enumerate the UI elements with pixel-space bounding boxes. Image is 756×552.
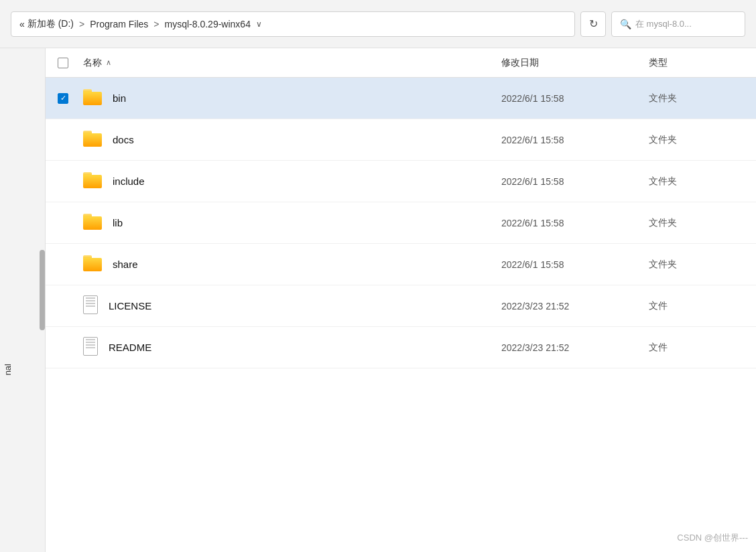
row-checkbox-area[interactable]	[46, 218, 80, 228]
row-checkbox-area[interactable]	[46, 342, 80, 353]
row-filename: LICENSE	[109, 300, 501, 312]
row-checkbox-empty	[58, 218, 68, 228]
row-filename: bin	[113, 92, 501, 104]
breadcrumb-dropdown-icon[interactable]: ∨	[256, 19, 262, 29]
column-name-label: 名称	[83, 57, 102, 69]
row-checkbox-area[interactable]	[46, 176, 80, 187]
row-type: 文件	[649, 300, 756, 312]
column-name-header[interactable]: 名称 ∧	[80, 57, 501, 69]
file-panel: 名称 ∧ 修改日期 类型 ✓bin2022/6/1 15:58文件夹docs20…	[46, 48, 756, 552]
column-type-label: 类型	[649, 57, 668, 68]
sort-arrow-icon: ∧	[106, 58, 111, 67]
table-row[interactable]: docs2022/6/1 15:58文件夹	[46, 119, 756, 161]
row-type: 文件夹	[649, 134, 756, 146]
column-date-header[interactable]: 修改日期	[501, 57, 649, 69]
row-type: 文件夹	[649, 176, 756, 188]
column-type-header[interactable]: 类型	[649, 57, 756, 69]
breadcrumb-sep2: >	[153, 19, 159, 29]
row-name-cell: include	[80, 172, 501, 190]
row-type: 文件夹	[649, 259, 756, 271]
search-icon: 🔍	[620, 19, 631, 29]
search-placeholder: 在 mysql-8.0...	[635, 18, 692, 30]
table-row[interactable]: lib2022/6/1 15:58文件夹	[46, 202, 756, 244]
row-checkbox-area[interactable]	[46, 135, 80, 145]
row-checkbox-empty	[58, 342, 68, 353]
refresh-button[interactable]: ↻	[580, 11, 606, 37]
breadcrumb-folder2[interactable]: mysql-8.0.29-winx64	[165, 19, 251, 29]
row-filename: docs	[113, 134, 501, 145]
breadcrumb-folder1[interactable]: Program Files	[90, 19, 148, 29]
row-checkbox-area[interactable]: ✓	[46, 93, 80, 104]
sidebar-scrollbar[interactable]	[40, 250, 45, 330]
row-date: 2022/6/1 15:58	[501, 93, 649, 104]
row-checkbox-empty	[58, 301, 68, 312]
table-row[interactable]: LICENSE2022/3/23 21:52文件	[46, 285, 756, 327]
file-list: ✓bin2022/6/1 15:58文件夹docs2022/6/1 15:58文…	[46, 78, 756, 552]
row-checkbox-area[interactable]	[46, 259, 80, 270]
header-checkbox[interactable]	[58, 58, 68, 68]
breadcrumb-prefix: «	[19, 19, 25, 29]
row-name-cell: bin	[80, 89, 501, 107]
row-filename: include	[113, 176, 501, 187]
table-row[interactable]: include2022/6/1 15:58文件夹	[46, 161, 756, 202]
row-name-cell: LICENSE	[80, 295, 501, 316]
folder-icon	[83, 172, 102, 188]
row-date: 2022/6/1 15:58	[501, 259, 649, 270]
refresh-icon: ↻	[589, 17, 598, 30]
sidebar: nal	[0, 48, 46, 552]
table-row[interactable]: share2022/6/1 15:58文件夹	[46, 244, 756, 285]
address-bar: « 新加卷 (D:) > Program Files > mysql-8.0.2…	[0, 0, 756, 48]
row-checkbox-checked[interactable]: ✓	[58, 93, 68, 104]
row-filename: lib	[113, 217, 501, 228]
watermark: CSDN @创世界---	[677, 532, 748, 544]
row-checkbox-empty	[58, 176, 68, 187]
row-date: 2022/3/23 21:52	[501, 301, 649, 312]
row-date: 2022/6/1 15:58	[501, 176, 649, 187]
row-date: 2022/6/1 15:58	[501, 135, 649, 145]
folder-icon	[83, 131, 102, 147]
breadcrumb-area[interactable]: « 新加卷 (D:) > Program Files > mysql-8.0.2…	[11, 11, 575, 37]
column-header: 名称 ∧ 修改日期 类型	[46, 48, 756, 78]
row-type: 文件夹	[649, 92, 756, 105]
row-checkbox-empty	[58, 259, 68, 270]
row-date: 2022/3/23 21:52	[501, 342, 649, 353]
breadcrumb-drive[interactable]: 新加卷 (D:)	[27, 18, 74, 30]
row-checkbox-empty	[58, 135, 68, 145]
main-layout: nal 名称 ∧ 修改日期 类型 ✓bin2022/6/1 15:58文件夹do…	[0, 48, 756, 552]
sidebar-label: nal	[0, 361, 27, 378]
row-name-cell: lib	[80, 214, 501, 232]
row-name-cell: docs	[80, 131, 501, 149]
column-date-label: 修改日期	[501, 57, 539, 68]
folder-icon	[83, 89, 102, 105]
row-name-cell: share	[80, 255, 501, 273]
header-checkbox-area[interactable]	[46, 58, 80, 68]
search-area[interactable]: 🔍 在 mysql-8.0...	[611, 11, 745, 37]
row-checkbox-area[interactable]	[46, 301, 80, 312]
table-row[interactable]: README2022/3/23 21:52文件	[46, 327, 756, 368]
row-date: 2022/6/1 15:58	[501, 218, 649, 228]
row-filename: README	[109, 342, 501, 353]
file-icon	[83, 337, 98, 356]
breadcrumb-sep1: >	[79, 19, 84, 29]
row-type: 文件	[649, 342, 756, 354]
row-name-cell: README	[80, 337, 501, 358]
table-row[interactable]: ✓bin2022/6/1 15:58文件夹	[46, 78, 756, 119]
folder-icon	[83, 255, 102, 271]
row-filename: share	[113, 259, 501, 270]
row-type: 文件夹	[649, 217, 756, 229]
file-icon	[83, 295, 98, 314]
folder-icon	[83, 214, 102, 230]
breadcrumb: « 新加卷 (D:) > Program Files > mysql-8.0.2…	[19, 18, 251, 30]
